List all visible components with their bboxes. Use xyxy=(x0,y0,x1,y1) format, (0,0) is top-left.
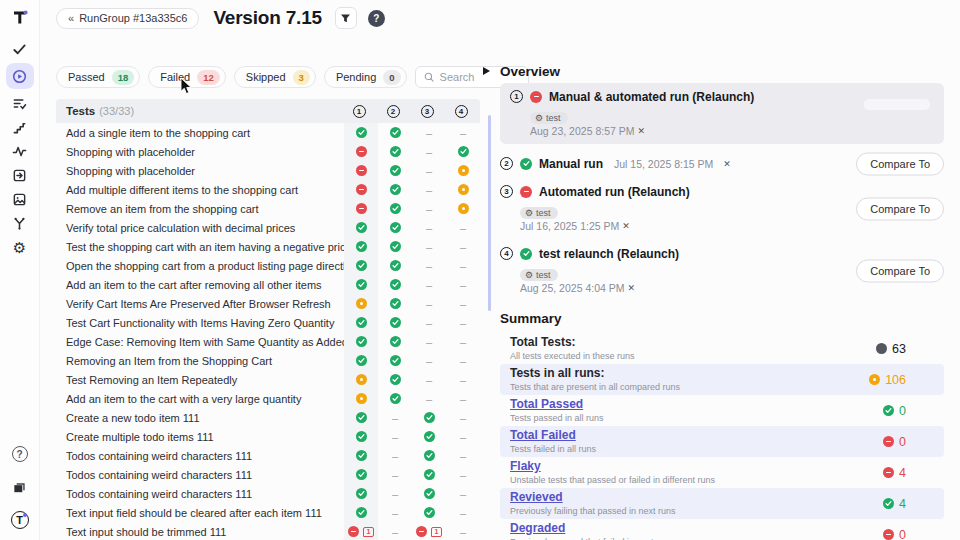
no-run-dash: – xyxy=(426,127,432,139)
sidebar-item-image[interactable] xyxy=(6,187,34,211)
test-row[interactable]: Remove an item from the shopping cart– xyxy=(56,199,480,218)
overview-run-3[interactable]: 3Automated run (Relaunch)⚙︎testJul 16, 2… xyxy=(500,180,944,237)
filter-chip-passed[interactable]: Passed18 xyxy=(56,66,140,88)
back-to-rungroup-button[interactable]: « RunGroup #13a335c6 xyxy=(56,8,199,29)
sidebar-item-list-check[interactable] xyxy=(6,91,34,115)
compare-to-button[interactable]: Compare To xyxy=(856,152,944,175)
summary-value: 4 xyxy=(899,497,906,511)
sidebar-item-activity[interactable] xyxy=(6,139,34,163)
test-row[interactable]: Open the shopping cart from a product li… xyxy=(56,256,480,275)
comment-count-badge[interactable]: 1 xyxy=(431,527,442,537)
test-name: Add an item to the cart after removing a… xyxy=(66,275,344,294)
passed-icon xyxy=(390,393,401,404)
test-row[interactable]: Verify Cart Items Are Preserved After Br… xyxy=(56,294,480,313)
remove-run-icon[interactable]: ✕ xyxy=(622,221,630,231)
test-row[interactable]: Shopping with placeholder– xyxy=(56,161,480,180)
test-row[interactable]: Removing an Item from the Shopping Cart–… xyxy=(56,351,480,370)
help-circle-icon[interactable]: ? xyxy=(6,442,34,466)
summary-label[interactable]: Flaky xyxy=(510,460,883,473)
filter-button[interactable] xyxy=(335,7,357,29)
summary-row: DegradedPreviously passed that failed in… xyxy=(500,519,944,540)
sidebar-item-box-arrow-in[interactable] xyxy=(6,163,34,187)
test-row[interactable]: Test Removing an Item Repeatedly–– xyxy=(56,370,480,389)
test-row[interactable]: Text input should be trimmed 1111–1– xyxy=(56,522,480,540)
sidebar-item-play-circle[interactable] xyxy=(6,63,34,89)
summary-row: RevievedPreviously failing that passed i… xyxy=(500,488,944,519)
no-run-dash: – xyxy=(426,317,432,329)
overview-run-1[interactable]: 1Manual & automated run (Relaunch)⚙︎test… xyxy=(500,83,944,144)
test-row[interactable]: Create multiple todo items 111–– xyxy=(56,427,480,446)
app-logo[interactable] xyxy=(12,0,28,34)
comment-count-badge[interactable]: 1 xyxy=(363,527,374,537)
no-run-dash: – xyxy=(392,526,398,538)
test-row[interactable]: Text input field should be cleared after… xyxy=(56,503,480,522)
status-cell xyxy=(344,161,378,180)
test-row[interactable]: Add an item to the cart after removing a… xyxy=(56,275,480,294)
summary-label[interactable]: Revieved xyxy=(510,491,883,504)
compare-to-button[interactable]: Compare To xyxy=(856,197,944,220)
no-run-dash: – xyxy=(392,450,398,462)
scrollbar-thumb[interactable] xyxy=(488,115,491,311)
sidebar-item-gear[interactable]: ⚙︎ xyxy=(6,235,34,259)
help-button[interactable]: ? xyxy=(368,10,385,27)
status-cell xyxy=(344,199,378,218)
run-tag[interactable]: ⚙︎test xyxy=(520,207,558,219)
filter-chip-pending[interactable]: Pending0 xyxy=(324,66,407,88)
remove-run-icon[interactable]: ✕ xyxy=(723,159,731,169)
status-cell xyxy=(344,332,378,351)
test-row[interactable]: Create a new todo item 111–– xyxy=(56,408,480,427)
test-row[interactable]: Add multiple different items to the shop… xyxy=(56,180,480,199)
status-cell: – xyxy=(446,427,480,446)
summary-row: Total Tests:All tests executed in these … xyxy=(500,333,944,364)
profile-avatar[interactable]: T xyxy=(6,508,34,532)
no-run-dash: – xyxy=(460,374,466,386)
test-row[interactable]: Todos containing weird characters 111–– xyxy=(56,465,480,484)
run-tag[interactable]: ⚙︎test xyxy=(530,112,568,124)
no-run-dash: – xyxy=(460,412,466,424)
test-row[interactable]: Test the shopping cart with an item havi… xyxy=(56,237,480,256)
tests-panel: Passed18Failed12Skipped3Pending0 Tests(3… xyxy=(56,36,480,540)
status-cell: – xyxy=(446,446,480,465)
test-row[interactable]: Todos containing weird characters 111–– xyxy=(56,446,480,465)
passed-icon xyxy=(424,488,435,499)
test-row[interactable]: Add a single item to the shopping cart–– xyxy=(56,123,480,142)
filter-count-badge: 3 xyxy=(293,70,310,85)
collapse-triangle-icon[interactable] xyxy=(483,67,490,75)
library-icon[interactable] xyxy=(6,475,34,499)
test-name: Remove an item from the shopping cart xyxy=(66,199,344,218)
no-run-dash: – xyxy=(460,260,466,272)
filter-chip-skipped[interactable]: Skipped3 xyxy=(234,66,316,88)
gear-icon: ⚙︎ xyxy=(525,208,533,218)
overview-run-2[interactable]: 2Manual runJul 15, 2025 8:15 PM✕Compare … xyxy=(500,152,944,175)
summary-label[interactable]: Total Passed xyxy=(510,398,883,411)
compare-to-button[interactable]: Compare To xyxy=(856,259,944,282)
passed-icon xyxy=(356,222,367,233)
no-run-dash: – xyxy=(460,507,466,519)
filter-chip-failed[interactable]: Failed12 xyxy=(148,66,226,88)
overview-run-4[interactable]: 4test relaunch (Relaunch)⚙︎testAug 25, 2… xyxy=(500,242,944,299)
summary-value: 0 xyxy=(899,404,906,418)
failed-icon xyxy=(530,91,542,103)
run-tag[interactable]: ⚙︎test xyxy=(520,269,558,281)
test-row[interactable]: Todos containing weird characters 111–– xyxy=(56,484,480,503)
status-cell xyxy=(378,294,412,313)
no-run-dash: – xyxy=(460,127,466,139)
no-run-dash: – xyxy=(460,469,466,481)
sidebar-item-branch[interactable] xyxy=(6,211,34,235)
status-cell xyxy=(344,237,378,256)
failed-icon xyxy=(416,526,427,537)
skipped-icon xyxy=(356,374,367,385)
failed-icon xyxy=(356,203,367,214)
summary-label[interactable]: Total Failed xyxy=(510,429,883,442)
sidebar-item-check[interactable] xyxy=(6,37,34,61)
status-cell xyxy=(412,465,446,484)
sidebar-item-steps[interactable] xyxy=(6,115,34,139)
remove-run-icon[interactable]: ✕ xyxy=(628,283,636,293)
test-row[interactable]: Verify total price calculation with deci… xyxy=(56,218,480,237)
test-row[interactable]: Edge Case: Removing Item with Same Quant… xyxy=(56,332,480,351)
summary-label[interactable]: Degraded xyxy=(510,522,883,535)
remove-run-icon[interactable]: ✕ xyxy=(638,126,646,136)
test-row[interactable]: Shopping with placeholder– xyxy=(56,142,480,161)
test-row[interactable]: Test Cart Functionality with Items Havin… xyxy=(56,313,480,332)
test-row[interactable]: Add an item to the cart with a very larg… xyxy=(56,389,480,408)
